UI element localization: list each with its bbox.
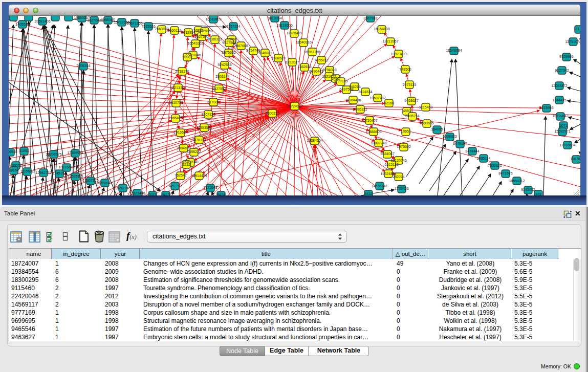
svg-text:20364436: 20364436 xyxy=(345,98,361,102)
svg-text:10688609: 10688609 xyxy=(365,130,381,134)
svg-text:5300213: 5300213 xyxy=(265,112,279,115)
svg-text:39154: 39154 xyxy=(9,168,19,172)
svg-text:164095: 164095 xyxy=(431,127,443,131)
svg-text:9245052: 9245052 xyxy=(521,188,535,191)
svg-text:2867608: 2867608 xyxy=(234,44,248,48)
svg-text:14136141: 14136141 xyxy=(372,184,387,188)
svg-text:12505115: 12505115 xyxy=(68,174,83,178)
svg-text:45720407: 45720407 xyxy=(361,119,377,122)
svg-text:9242845: 9242845 xyxy=(217,63,231,67)
svg-text:7357224: 7357224 xyxy=(226,25,240,28)
svg-text:7955812: 7955812 xyxy=(314,58,328,62)
svg-text:62160: 62160 xyxy=(384,101,394,105)
svg-text:1244415: 1244415 xyxy=(552,98,566,102)
svg-text:19384554: 19384554 xyxy=(307,139,322,142)
svg-text:9777169: 9777169 xyxy=(334,79,347,83)
svg-text:16210643: 16210643 xyxy=(552,114,568,118)
svg-text:10958117: 10958117 xyxy=(97,181,113,185)
svg-text:16914479: 16914479 xyxy=(191,174,207,178)
svg-text:252214: 252214 xyxy=(393,175,404,179)
svg-text:9699695: 9699695 xyxy=(420,121,433,125)
svg-text:2087682: 2087682 xyxy=(363,16,377,20)
svg-text:19651: 19651 xyxy=(401,129,411,133)
svg-text:8813054: 8813054 xyxy=(268,16,281,20)
svg-text:748500: 748500 xyxy=(399,68,411,71)
svg-text:1115682: 1115682 xyxy=(20,169,34,173)
svg-text:10975887: 10975887 xyxy=(58,165,74,169)
svg-text:16033809: 16033809 xyxy=(205,17,221,21)
svg-text:16543362: 16543362 xyxy=(187,41,203,45)
svg-text:116753: 116753 xyxy=(571,157,580,161)
svg-text:4452: 4452 xyxy=(364,192,373,195)
svg-text:9884067: 9884067 xyxy=(380,152,394,156)
svg-text:6966160: 6966160 xyxy=(101,18,115,21)
svg-text:15468: 15468 xyxy=(227,37,237,41)
svg-text:817006: 817006 xyxy=(207,100,219,104)
svg-text:11121: 11121 xyxy=(574,27,580,31)
svg-text:6794028: 6794028 xyxy=(322,68,336,72)
svg-text:1362615: 1362615 xyxy=(297,65,311,69)
svg-text:10973493: 10973493 xyxy=(390,52,406,56)
svg-text:9457791: 9457791 xyxy=(168,184,182,188)
svg-text:1588520: 1588520 xyxy=(271,56,285,60)
svg-text:16154808: 16154808 xyxy=(374,27,389,31)
svg-text:3267130: 3267130 xyxy=(201,113,215,116)
svg-text:8215955: 8215955 xyxy=(539,106,553,110)
svg-text:9627500: 9627500 xyxy=(194,35,208,38)
svg-text:3675685: 3675685 xyxy=(222,51,235,54)
svg-text:7663822: 7663822 xyxy=(155,27,168,31)
svg-text:51051: 51051 xyxy=(19,149,29,152)
svg-text:1615112: 1615112 xyxy=(385,163,399,166)
svg-text:12942757: 12942757 xyxy=(35,171,51,174)
svg-text:12213369: 12213369 xyxy=(170,86,186,90)
svg-text:1916684: 1916684 xyxy=(173,130,187,134)
svg-text:9329986: 9329986 xyxy=(559,55,573,58)
svg-text:1965495: 1965495 xyxy=(168,116,182,120)
svg-text:2718176: 2718176 xyxy=(175,70,189,73)
svg-text:17359934: 17359934 xyxy=(67,151,83,155)
svg-text:11353594: 11353594 xyxy=(197,126,212,129)
svg-text:16120746: 16120746 xyxy=(390,159,406,162)
svg-text:12323446: 12323446 xyxy=(129,191,145,195)
svg-text:19218506: 19218506 xyxy=(276,24,292,27)
svg-text:16961758: 16961758 xyxy=(304,50,320,54)
svg-text:2905334: 2905334 xyxy=(76,64,90,68)
svg-text:11325419: 11325419 xyxy=(287,31,302,35)
svg-text:20206576: 20206576 xyxy=(46,152,61,156)
svg-text:2071: 2071 xyxy=(559,124,568,127)
svg-text:16782759: 16782759 xyxy=(115,186,130,190)
svg-text:1733426: 1733426 xyxy=(395,187,408,190)
svg-text:7632621: 7632621 xyxy=(488,164,502,167)
svg-text:9463627: 9463627 xyxy=(404,99,418,102)
svg-text:16648784: 16648784 xyxy=(446,49,462,52)
svg-text:5938923: 5938923 xyxy=(443,135,456,138)
svg-text:8878314: 8878314 xyxy=(192,138,206,142)
svg-text:2626510: 2626510 xyxy=(9,150,17,154)
svg-text:6497508: 6497508 xyxy=(339,87,353,91)
svg-text:7515526: 7515526 xyxy=(141,25,155,28)
svg-text:10671355: 10671355 xyxy=(126,21,142,25)
svg-text:9115460: 9115460 xyxy=(419,105,433,109)
svg-text:3212: 3212 xyxy=(182,163,190,166)
svg-text:2803144: 2803144 xyxy=(215,75,229,78)
svg-text:9474444: 9474444 xyxy=(465,149,479,153)
svg-text:3624534: 3624534 xyxy=(358,90,372,94)
svg-text:10607487: 10607487 xyxy=(369,96,385,100)
svg-text:1405571: 1405571 xyxy=(15,23,29,26)
svg-text:15692971: 15692971 xyxy=(554,129,570,133)
svg-text:23226058: 23226058 xyxy=(197,29,212,33)
svg-text:2004678: 2004678 xyxy=(177,146,190,150)
svg-text:7986322: 7986322 xyxy=(353,107,367,111)
svg-text:8471676: 8471676 xyxy=(498,171,512,175)
svg-text:9146821: 9146821 xyxy=(258,51,272,55)
svg-text:6495754: 6495754 xyxy=(405,114,419,118)
svg-text:98901: 98901 xyxy=(182,55,192,59)
svg-text:8990443: 8990443 xyxy=(309,70,323,73)
svg-text:8427552: 8427552 xyxy=(212,87,226,91)
svg-text:9660124: 9660124 xyxy=(167,29,181,32)
svg-text:1975692: 1975692 xyxy=(397,145,410,148)
svg-text:18640910: 18640910 xyxy=(295,40,311,44)
svg-text:12213967: 12213967 xyxy=(382,39,398,43)
svg-text:12093872: 12093872 xyxy=(551,84,567,87)
svg-text:17957225: 17957225 xyxy=(82,179,98,182)
